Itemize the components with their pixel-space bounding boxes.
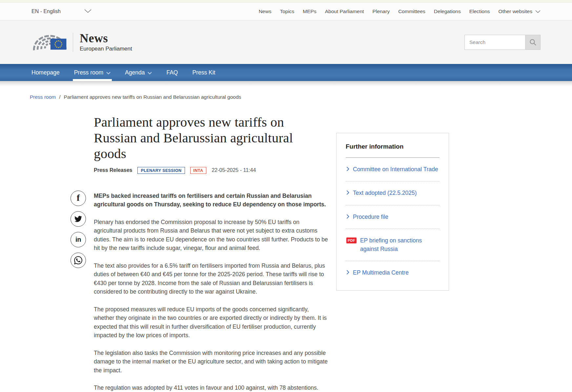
twitter-icon [74,215,82,223]
search-icon [529,38,537,46]
search-box [464,35,541,50]
article-paragraph: The text also provides for a 6.5% tariff… [94,261,328,296]
chevron-right-icon [346,270,349,276]
link-item-ep-briefing[interactable]: PDF EP briefing on sanctions against Rus… [346,229,439,261]
nav-item-label: Press room [74,69,103,76]
link-item-procedure-file[interactable]: Procedure file [346,205,439,229]
top-accent-strip [0,0,572,3]
facebook-icon: f [77,193,80,203]
link-ep-multimedia-centre[interactable]: EP Multimedia Centre [353,269,409,277]
utility-bar: EN - English News Topics MEPs About Parl… [0,3,572,20]
main-nav: Homepage Press room Agenda FAQ Press Kit [0,64,572,81]
link-committee-international-trade[interactable]: Committee on International Trade [353,165,438,174]
article-intro: MEPs backed increased tariffs on fertili… [94,192,328,209]
nav-item-label: FAQ [166,69,178,76]
brand-divider [73,33,73,52]
further-information-box: Further information Committee on Interna… [336,133,449,291]
sidebar-column: Further information Committee on Interna… [336,133,449,392]
plenary-session-badge[interactable]: PLENARY SESSION [137,167,185,174]
utility-link-elections[interactable]: Elections [469,9,490,14]
whatsapp-icon [74,256,82,264]
nav-item-label: Agenda [125,69,145,76]
brand-text: News European Parliament [80,32,132,52]
article-paragraph: The proposed measures will reduce EU imp… [94,305,328,340]
chevron-right-icon [346,167,349,173]
language-selector[interactable]: EN - English [31,9,92,14]
site-subtitle: European Parliament [80,46,132,52]
share-twitter-button[interactable] [71,211,86,227]
nav-item-label: Press Kit [192,69,215,76]
article-paragraph: The regulation was adopted by 411 votes … [94,383,328,392]
nav-item-press-kit[interactable]: Press Kit [192,64,215,81]
article-body: MEPs backed increased tariffs on fertili… [94,192,328,392]
chevron-down-icon [106,69,111,76]
linkedin-icon: in [75,236,81,243]
article-column: Parliament approves new tariffs on Russi… [94,114,328,392]
chevron-down-icon [535,9,541,14]
search-input[interactable] [464,35,525,50]
share-linkedin-button[interactable]: in [71,232,86,247]
breadcrumb-press-room-link[interactable]: Press room [30,94,56,100]
share-rail: f in [31,114,94,392]
utility-link-plenary[interactable]: Plenary [373,9,390,14]
other-websites-label: Other websites [499,9,532,14]
article-category: Press Releases [94,167,132,173]
utility-link-meps[interactable]: MEPs [303,9,316,14]
page-title: Parliament approves new tariffs on Russi… [94,114,317,162]
chevron-right-icon [346,214,349,220]
utility-link-about-parliament[interactable]: About Parliament [325,9,364,14]
search-button[interactable] [525,35,541,50]
brand[interactable]: News European Parliament [31,30,132,55]
further-information-title: Further information [346,143,439,150]
article-region: f in Parliament approves new tariffs on … [0,114,572,392]
utility-link-topics[interactable]: Topics [280,9,294,14]
nav-item-homepage[interactable]: Homepage [31,64,60,81]
link-procedure-file[interactable]: Procedure file [353,213,388,221]
link-item-text-adopted[interactable]: Text adopted (22.5.2025) [346,181,439,205]
share-facebook-button[interactable]: f [71,191,86,206]
nav-item-agenda[interactable]: Agenda [125,64,152,81]
chevron-right-icon [346,190,349,196]
inta-badge[interactable]: INTA [190,167,207,174]
other-websites-menu[interactable]: Other websites [499,9,541,14]
language-label: EN - English [31,9,61,14]
utility-nav: News Topics MEPs About Parliament Plenar… [259,9,541,14]
nav-item-label: Homepage [31,69,60,76]
link-text-adopted[interactable]: Text adopted (22.5.2025) [353,189,417,197]
utility-link-committees[interactable]: Committees [398,9,425,14]
nav-shadow [0,81,572,86]
chevron-down-icon [84,9,92,14]
site-title: News [80,32,132,45]
link-item-committee[interactable]: Committee on International Trade [346,158,439,181]
article-meta: Press Releases PLENARY SESSION INTA 22-0… [94,167,328,174]
nav-item-press-room[interactable]: Press room [74,64,111,81]
article-paragraph: The legislation also tasks the Commissio… [94,349,328,375]
european-parliament-logo-icon [31,30,68,55]
chevron-down-icon [148,69,152,76]
link-item-ep-multimedia[interactable]: EP Multimedia Centre [346,261,439,284]
article-date: 22-05-2025 - 11:44 [212,167,256,173]
utility-link-delegations[interactable]: Delegations [434,9,461,14]
breadcrumb-separator: / [59,94,60,100]
utility-link-news[interactable]: News [259,9,272,14]
share-whatsapp-button[interactable] [71,253,86,268]
pdf-icon: PDF [346,237,357,243]
article-paragraph: Plenary has endorsed the Commission prop… [94,218,328,253]
site-header: News European Parliament [0,20,572,64]
breadcrumb-current: Parliament approves new tariffs on Russi… [64,94,241,100]
breadcrumb: Press room / Parliament approves new tar… [0,86,572,100]
link-ep-briefing-sanctions[interactable]: EP briefing on sanctions against Russia [360,237,439,253]
nav-item-faq[interactable]: FAQ [166,64,178,81]
